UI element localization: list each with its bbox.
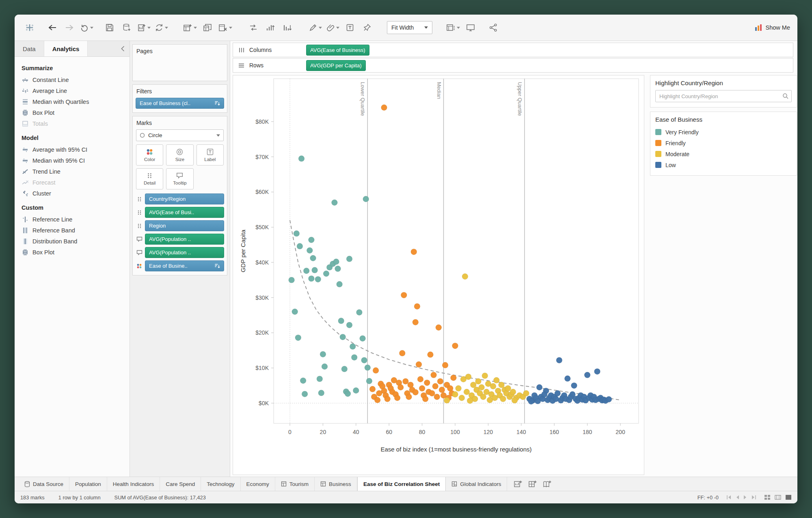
scatter-point[interactable] <box>332 200 338 206</box>
analytics-item-trend-line[interactable]: Trend Line <box>15 166 130 177</box>
scatter-point[interactable] <box>337 281 343 287</box>
scatter-point[interactable] <box>403 378 409 385</box>
scatter-point[interactable] <box>475 378 482 385</box>
scatter-point[interactable] <box>422 396 428 402</box>
scatter-point[interactable] <box>464 389 470 395</box>
clear-sheet-button[interactable] <box>217 20 233 35</box>
label-button[interactable]: Label <box>197 144 224 166</box>
scatter-point[interactable] <box>437 378 443 385</box>
new-sheet-alt-button[interactable] <box>181 20 198 35</box>
last-page-icon[interactable] <box>751 495 757 500</box>
new-worksheet-button[interactable] <box>136 20 152 35</box>
fit-selector[interactable]: Fit Width <box>387 21 432 34</box>
scatter-point[interactable] <box>505 385 511 391</box>
scatter-point[interactable] <box>309 237 315 243</box>
next-page-icon[interactable] <box>743 495 748 500</box>
scatter-point[interactable] <box>363 196 369 202</box>
scatter-point[interactable] <box>571 383 577 389</box>
scatter-point[interactable] <box>335 266 341 272</box>
scatter-point[interactable] <box>312 267 318 273</box>
prev-page-icon[interactable] <box>735 495 740 500</box>
scatter-point[interactable] <box>340 334 346 340</box>
mark-pill-4[interactable]: AVG(Population .. <box>145 247 224 258</box>
scatter-point[interactable] <box>428 352 434 358</box>
scatter-point[interactable] <box>351 355 357 361</box>
scatter-point[interactable] <box>462 273 468 279</box>
scatter-point[interactable] <box>394 395 400 401</box>
collapse-sidebar-button[interactable] <box>116 41 130 56</box>
scatter-point[interactable] <box>369 386 376 392</box>
rows-shelf[interactable]: Rows AVG(GDP per Capita) <box>233 58 793 73</box>
scatter-point[interactable] <box>429 390 435 396</box>
scatter-point[interactable] <box>541 391 547 398</box>
scatter-point[interactable] <box>289 277 295 283</box>
legend-item-very-friendly[interactable]: Very Friendly <box>655 127 792 138</box>
group-members-button[interactable] <box>325 20 341 35</box>
scatter-point[interactable] <box>310 255 316 261</box>
add-data-button[interactable] <box>119 20 134 35</box>
analytics-item-average-with-95-ci[interactable]: Average with 95% CI <box>15 144 130 155</box>
size-button[interactable]: Size <box>166 144 193 166</box>
scatter-point[interactable] <box>406 394 412 400</box>
scatter-point[interactable] <box>594 368 600 374</box>
scatter-point[interactable] <box>381 105 387 111</box>
columns-pill[interactable]: AVG(Ease of Business) <box>306 45 369 56</box>
scatter-point[interactable] <box>384 396 391 402</box>
filters-shelf[interactable]: Filters Ease of Business (cl.. <box>132 84 227 113</box>
columns-shelf[interactable]: Columns AVG(Ease of Business) <box>233 43 793 57</box>
scatter-point[interactable] <box>512 398 518 404</box>
sheet-tab-care-spend[interactable]: Care Spend <box>160 477 201 491</box>
sheet-tab-global-indicators[interactable]: Global Indicators <box>446 477 507 491</box>
fix-axes-button[interactable] <box>359 20 375 35</box>
scatter-point[interactable] <box>536 385 542 391</box>
scatter-point[interactable] <box>584 372 590 378</box>
scatter-point[interactable] <box>297 243 303 249</box>
sheet-view-icon[interactable] <box>785 494 792 500</box>
replay-button[interactable] <box>79 20 95 35</box>
scatter-point[interactable] <box>432 383 438 389</box>
scatter-point[interactable] <box>416 361 422 368</box>
scatter-point[interactable] <box>350 344 356 350</box>
presentation-mode-button[interactable] <box>463 20 478 35</box>
scatter-point[interactable] <box>479 385 485 391</box>
scatter-point[interactable] <box>555 390 561 396</box>
scatter-point[interactable] <box>482 373 488 379</box>
scatter-point[interactable] <box>444 398 450 404</box>
duplicate-sheet-button[interactable] <box>200 20 215 35</box>
scatter-point[interactable] <box>307 247 313 254</box>
scatter-point[interactable] <box>341 366 348 372</box>
scatter-point[interactable] <box>374 397 380 403</box>
scatter-point[interactable] <box>399 350 405 356</box>
scatter-point[interactable] <box>346 322 352 328</box>
scatter-point[interactable] <box>323 271 329 277</box>
scatter-point[interactable] <box>309 275 315 282</box>
scatter-point[interactable] <box>353 387 359 393</box>
show-labels-button[interactable] <box>342 20 358 35</box>
save-button[interactable] <box>102 20 117 35</box>
new-dashboard-tab-button[interactable] <box>528 480 537 488</box>
analytics-item-box-plot[interactable]: Box Plot <box>15 107 130 118</box>
scatter-point[interactable] <box>452 391 458 398</box>
mark-pill-0[interactable]: Country/Region <box>145 193 224 204</box>
sheet-tab-ease-of-biz-correlation-sheet[interactable]: Ease of Biz Correlation Sheet <box>357 477 446 491</box>
analytics-item-distribution-band[interactable]: Distribution Band <box>15 236 130 247</box>
scatter-point[interactable] <box>465 374 471 380</box>
analytics-item-average-line[interactable]: Average Line <box>15 85 130 96</box>
analytics-item-cluster[interactable]: Cluster <box>15 188 130 199</box>
scatter-point[interactable] <box>412 319 419 325</box>
scatter-point[interactable] <box>317 376 323 382</box>
scatter-point[interactable] <box>302 391 308 397</box>
scatter-point[interactable] <box>436 325 442 331</box>
scatter-point[interactable] <box>459 395 465 401</box>
scatter-point[interactable] <box>564 376 570 382</box>
tab-data[interactable]: Data <box>15 41 44 56</box>
refresh-button[interactable] <box>153 20 169 35</box>
sheet-tab-economy[interactable]: Economy <box>241 477 275 491</box>
sheet-tab-health-indicators[interactable]: Health Indicators <box>107 477 160 491</box>
analytics-item-constant-line[interactable]: Constant Line <box>15 74 130 85</box>
scatter-point[interactable] <box>451 375 457 381</box>
scatter-point[interactable] <box>442 362 448 368</box>
scatter-point[interactable] <box>294 230 300 236</box>
highlight-search-input[interactable] <box>655 90 792 102</box>
scatter-point[interactable] <box>424 380 430 386</box>
